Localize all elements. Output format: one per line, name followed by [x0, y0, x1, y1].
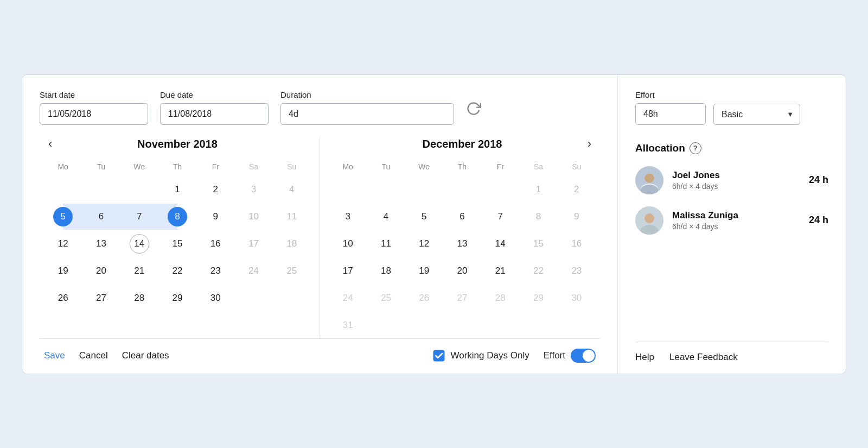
effort-mode-wrap: Basic Advanced ▼ [713, 104, 800, 125]
nov-day-7[interactable]: 7 [120, 204, 158, 230]
nov-day-9[interactable]: 9 [196, 204, 234, 230]
prev-month-button[interactable]: ‹ [44, 135, 56, 153]
nov-day-3[interactable]: 3 [234, 176, 272, 203]
dec-day-1[interactable]: 1 [519, 176, 557, 203]
nov-day-8[interactable]: 8 [158, 204, 196, 230]
nov-day-24[interactable]: 24 [234, 258, 272, 284]
nov-day-4[interactable]: 4 [273, 176, 311, 203]
dec-day-5[interactable]: 5 [405, 204, 443, 230]
dec-day-17[interactable]: 17 [329, 258, 367, 284]
effort-input[interactable] [635, 103, 706, 125]
date-row: Start date Due date Duration [40, 90, 600, 125]
dec-day-3[interactable]: 3 [329, 204, 367, 230]
nov-day-14[interactable]: 14 [120, 231, 158, 257]
dec-day-24[interactable]: 24 [329, 285, 367, 311]
dec-day-26[interactable]: 26 [405, 285, 443, 311]
refresh-icon[interactable] [466, 101, 481, 119]
nov-day-29[interactable]: 29 [158, 285, 196, 311]
effort-mode-select[interactable]: Basic Advanced [713, 104, 800, 125]
next-month-button[interactable]: › [583, 135, 596, 153]
nov-empty-end1 [234, 285, 272, 311]
dec-day-19[interactable]: 19 [405, 258, 443, 284]
leave-feedback-button[interactable]: Leave Feedback [669, 352, 738, 363]
dec-day-30[interactable]: 30 [558, 285, 596, 311]
nov-day-25[interactable]: 25 [273, 258, 311, 284]
dec-day-4[interactable]: 4 [367, 204, 405, 230]
dec-day-31[interactable]: 31 [329, 312, 367, 338]
duration-input[interactable] [280, 103, 454, 125]
working-days-label: Working Days Only [450, 350, 529, 361]
allocation-help-icon[interactable]: ? [690, 142, 701, 154]
nov-day-16[interactable]: 16 [196, 231, 234, 257]
nov-day-18[interactable]: 18 [273, 231, 311, 257]
dec-day-15[interactable]: 15 [519, 231, 557, 257]
dec-day-10[interactable]: 10 [329, 231, 367, 257]
dec-day-20[interactable]: 20 [443, 258, 481, 284]
dec-day-13[interactable]: 13 [443, 231, 481, 257]
dec-day-9[interactable]: 9 [558, 204, 596, 230]
dow-th: Th [158, 160, 196, 175]
duration-label: Duration [280, 90, 454, 99]
allocation-item-0: Joel Jones 6h/d × 4 days 24 h [635, 166, 828, 194]
alloc-name-joel: Joel Jones [672, 170, 800, 181]
dec-day-12[interactable]: 12 [405, 231, 443, 257]
dow-sa: Sa [234, 160, 272, 175]
nov-day-17[interactable]: 17 [234, 231, 272, 257]
allocation-title: Allocation ? [635, 142, 828, 154]
dec-day-7[interactable]: 7 [481, 204, 519, 230]
alloc-info-malissa: Malissa Zuniga 6h/d × 4 days [672, 210, 800, 231]
clear-dates-button[interactable]: Clear dates [122, 350, 169, 361]
dec-day-6[interactable]: 6 [443, 204, 481, 230]
dec-day-16[interactable]: 16 [558, 231, 596, 257]
dec-day-22[interactable]: 22 [519, 258, 557, 284]
nov-day-22[interactable]: 22 [158, 258, 196, 284]
save-button[interactable]: Save [44, 350, 65, 361]
nov-day-23[interactable]: 23 [196, 258, 234, 284]
avatar-malissa [635, 206, 663, 235]
left-panel: Start date Due date Duration [22, 75, 618, 374]
nov-day-12[interactable]: 12 [44, 231, 82, 257]
dec-day-14[interactable]: 14 [481, 231, 519, 257]
november-calendar: ‹ November 2018 Mo Tu We Th Fr Sa Su [40, 138, 315, 338]
nov-day-27[interactable]: 27 [82, 285, 120, 311]
nov-day-6[interactable]: 6 [82, 204, 120, 230]
working-days-checkbox[interactable] [433, 350, 445, 362]
dec-day-11[interactable]: 11 [367, 231, 405, 257]
toggle-knob [583, 350, 595, 362]
nov-day-11[interactable]: 11 [273, 204, 311, 230]
nov-empty-2 [82, 176, 120, 203]
cancel-button[interactable]: Cancel [79, 350, 108, 361]
dec-day-25[interactable]: 25 [367, 285, 405, 311]
nov-day-13[interactable]: 13 [82, 231, 120, 257]
start-date-input[interactable] [40, 103, 148, 125]
effort-field: Effort [635, 90, 706, 125]
dec-dow-su: Su [558, 160, 596, 175]
nov-day-19[interactable]: 19 [44, 258, 82, 284]
help-button[interactable]: Help [635, 352, 654, 363]
start-date-label: Start date [40, 90, 148, 99]
dec-day-29[interactable]: 29 [519, 285, 557, 311]
working-days-option: Working Days Only [433, 350, 529, 362]
dec-day-2[interactable]: 2 [558, 176, 596, 203]
dec-day-23[interactable]: 23 [558, 258, 596, 284]
dec-day-28[interactable]: 28 [481, 285, 519, 311]
nov-day-10[interactable]: 10 [234, 204, 272, 230]
nov-day-30[interactable]: 30 [196, 285, 234, 311]
nov-header: ‹ November 2018 [44, 138, 311, 150]
dec-day-18[interactable]: 18 [367, 258, 405, 284]
due-date-input[interactable] [160, 103, 269, 125]
nov-day-1[interactable]: 1 [158, 176, 196, 203]
nov-day-21[interactable]: 21 [120, 258, 158, 284]
dec-day-8[interactable]: 8 [519, 204, 557, 230]
nov-day-20[interactable]: 20 [82, 258, 120, 284]
dec-day-21[interactable]: 21 [481, 258, 519, 284]
effort-toggle[interactable] [571, 349, 596, 363]
dec-day-27[interactable]: 27 [443, 285, 481, 311]
nov-day-5[interactable]: 5 [44, 204, 82, 230]
nov-day-28[interactable]: 28 [120, 285, 158, 311]
calendar-divider [320, 138, 320, 338]
nov-day-15[interactable]: 15 [158, 231, 196, 257]
nov-day-2[interactable]: 2 [196, 176, 234, 203]
dec-dow-sa: Sa [519, 160, 557, 175]
nov-day-26[interactable]: 26 [44, 285, 82, 311]
